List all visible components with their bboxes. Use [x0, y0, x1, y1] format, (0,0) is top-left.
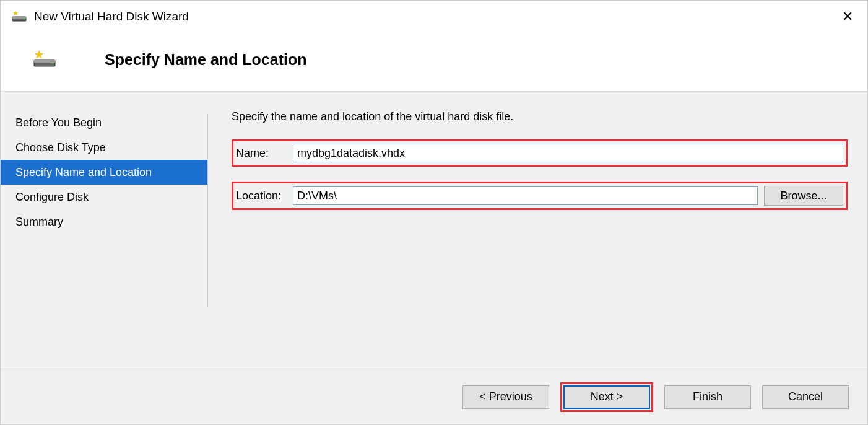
disk-icon	[32, 50, 59, 69]
svg-rect-5	[34, 60, 55, 63]
browse-button[interactable]: Browse...	[764, 186, 843, 206]
window-title: New Virtual Hard Disk Wizard	[34, 10, 189, 24]
location-label: Location:	[236, 190, 293, 203]
location-input[interactable]	[293, 186, 758, 205]
svg-point-6	[51, 63, 53, 64]
next-button[interactable]: Next >	[563, 385, 650, 409]
disk-icon	[12, 9, 27, 24]
cancel-button[interactable]: Cancel	[762, 385, 849, 409]
step-before-you-begin[interactable]: Before You Begin	[1, 110, 208, 135]
svg-marker-3	[13, 11, 18, 15]
location-field-row: Location: Browse...	[232, 182, 848, 210]
wizard-content: Specify the name and location of the vir…	[208, 92, 867, 369]
name-field-row: Name:	[232, 139, 848, 167]
wizard-steps-sidebar: Before You Begin Choose Disk Type Specif…	[1, 92, 208, 369]
page-heading: Specify Name and Location	[105, 51, 306, 69]
instruction-text: Specify the name and location of the vir…	[232, 110, 848, 123]
step-configure-disk[interactable]: Configure Disk	[1, 185, 208, 209]
close-button[interactable]: ✕	[835, 4, 860, 29]
wizard-body: Before You Begin Choose Disk Type Specif…	[1, 91, 867, 369]
step-specify-name-location[interactable]: Specify Name and Location	[1, 160, 208, 185]
previous-button[interactable]: < Previous	[462, 385, 549, 409]
step-summary[interactable]: Summary	[1, 209, 208, 234]
svg-rect-1	[12, 17, 26, 19]
name-input[interactable]	[293, 144, 843, 162]
finish-button[interactable]: Finish	[664, 385, 751, 409]
title-bar: New Virtual Hard Disk Wizard ✕	[1, 1, 867, 33]
wizard-footer: < Previous Next > Finish Cancel	[1, 369, 867, 424]
wizard-header: Specify Name and Location	[1, 33, 867, 91]
step-choose-disk-type[interactable]: Choose Disk Type	[1, 135, 208, 160]
name-label: Name:	[236, 147, 293, 160]
svg-point-2	[24, 19, 25, 20]
next-button-highlight: Next >	[560, 382, 653, 412]
svg-marker-7	[35, 50, 43, 58]
